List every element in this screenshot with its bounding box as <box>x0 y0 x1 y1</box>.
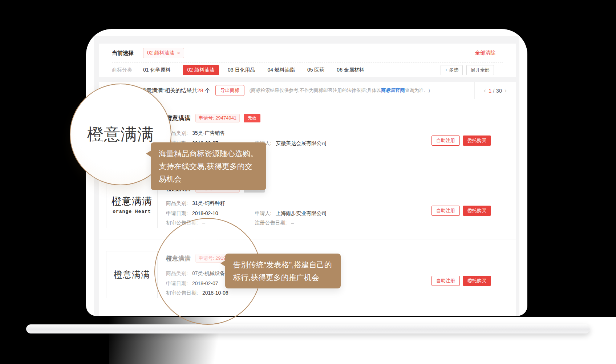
thumbnail-text: 橙意满满 <box>112 195 152 208</box>
first-announce-value: – <box>202 220 205 226</box>
category-tab-04[interactable]: 04 燃料油脂 <box>267 67 295 73</box>
disclaimer-prefix: (商标检索结果仅供参考,不作为商标能否注册的法律依据;具体以 <box>250 88 381 93</box>
category-tab-02-active[interactable]: 02 颜料油漆 <box>183 65 219 75</box>
promo-tooltip-storefront: 告别传统“发表格”,搭建自己的标行,获得更多的推广机会 <box>225 254 341 288</box>
remove-filter-icon[interactable]: × <box>177 50 180 56</box>
category-bar-label: 商标分类 <box>112 67 132 73</box>
application-no-value: 29474941 <box>215 115 236 121</box>
floor-glow <box>109 317 616 364</box>
current-page: 1 <box>489 88 491 94</box>
pagination: ‹ 1 / 30 › <box>474 82 516 99</box>
reg-announce-label: 注册公告日期: <box>255 220 287 226</box>
category-tab-01[interactable]: 01 化学原料 <box>143 67 170 73</box>
multi-select-button[interactable]: + 多选 <box>441 65 463 75</box>
category-row: 商标分类 01 化学原料 02 颜料油漆 03 日化用品 04 燃料油脂 05 … <box>99 63 516 77</box>
filter-panel: 当前选择 02 颜料油漆 × 全部清除 商标分类 01 化学原料 02 颜料油漆… <box>99 44 516 77</box>
application-no-label: 申请号: <box>199 255 214 261</box>
laptop-mockup: 当前选择 02 颜料油漆 × 全部清除 商标分类 01 化学原料 02 颜料油漆… <box>0 0 616 364</box>
trademark-office-link[interactable]: 商标局官网 <box>381 88 405 93</box>
results-count: 28 <box>197 87 203 93</box>
self-register-button[interactable]: 自助注册 <box>431 136 460 146</box>
self-register-button[interactable]: 自助注册 <box>431 276 460 286</box>
disclaimer-suffix: 查询为准。) <box>405 88 430 93</box>
applicant-value: 安徽美达会展有限公司 <box>276 140 327 146</box>
summary-suffix: 个 <box>203 87 210 93</box>
expand-all-button[interactable]: 展开全部 <box>466 65 494 75</box>
applicant-label: 申请人: <box>255 210 271 216</box>
thumbnail-text: 橙意满满 <box>114 269 150 280</box>
first-announce-value: 2018-10-06 <box>202 290 228 296</box>
trademark-name[interactable]: 橙意满满 <box>166 254 191 263</box>
disclaimer-text: (商标检索结果仅供参考,不作为商标能否注册的法律依据;具体以商标局官网查询为准。… <box>250 87 430 94</box>
entrust-buy-button[interactable]: 委托购买 <box>463 136 491 146</box>
apply-date-label: 申请日期: <box>166 210 188 216</box>
category-value: 35类-广告销售 <box>192 130 225 136</box>
prev-page-icon[interactable]: ‹ <box>481 87 489 94</box>
entrust-buy-button[interactable]: 委托购买 <box>463 276 491 286</box>
magnified-trademark-text: 橙意满满 <box>87 124 154 145</box>
application-no-tag: 申请号: 29474941 <box>195 114 240 122</box>
current-selection-row: 当前选择 02 颜料油漆 × 全部清除 <box>99 44 516 62</box>
laptop-base <box>26 324 590 333</box>
status-badge: 无效 <box>244 114 260 122</box>
trademark-thumbnail[interactable]: 橙意满满 orange Heart <box>106 181 158 228</box>
trademark-thumbnail[interactable]: 橙意满满 <box>106 251 158 298</box>
category-value: 07类-机械设备 <box>192 270 225 276</box>
entrust-buy-button[interactable]: 委托购买 <box>463 206 491 216</box>
category-tab-05[interactable]: 05 医药 <box>307 67 324 73</box>
self-register-button[interactable]: 自助注册 <box>431 206 460 216</box>
category-value: 31类-饲料种籽 <box>192 200 225 206</box>
applicant-value: 上海雨步实业有限公司 <box>276 210 327 216</box>
category-label: 商品类别: <box>166 200 188 206</box>
first-announce-label: 初审公告日期: <box>166 290 198 296</box>
application-no-label: 申请号: <box>199 115 214 121</box>
results-header: 为您检索到“橙意满满”相关的结果共28 个 导出商标 (商标检索结果仅供参考,不… <box>99 82 516 99</box>
total-pages: 30 <box>496 88 502 94</box>
current-selection-label: 当前选择 <box>112 50 134 57</box>
next-page-icon[interactable]: › <box>502 87 509 94</box>
reg-announce-value: – <box>291 220 294 226</box>
page-separator: / <box>493 88 494 94</box>
export-trademarks-button[interactable]: 导出商标 <box>215 85 244 96</box>
selected-filter-tag[interactable]: 02 颜料油漆 × <box>143 48 184 58</box>
promo-tooltip-marketplace: 海量精品商标资源随心选购。支持在线交易,获得更多的交易机会 <box>151 142 266 190</box>
category-tab-06[interactable]: 06 金属材料 <box>337 67 364 73</box>
first-announce-label: 初审公告日期: <box>166 220 198 226</box>
category-tab-03[interactable]: 03 日化用品 <box>228 67 255 73</box>
apply-date-value: 2018-02-07 <box>192 280 218 286</box>
selected-filter-text: 02 颜料油漆 <box>147 50 174 56</box>
apply-date-value: 2018-02-10 <box>192 210 218 216</box>
clear-all-button[interactable]: 全部清除 <box>475 50 495 56</box>
apply-date-label: 申请日期: <box>166 280 188 286</box>
thumbnail-subtext: orange Heart <box>113 209 151 214</box>
category-label: 商品类别: <box>166 270 188 276</box>
